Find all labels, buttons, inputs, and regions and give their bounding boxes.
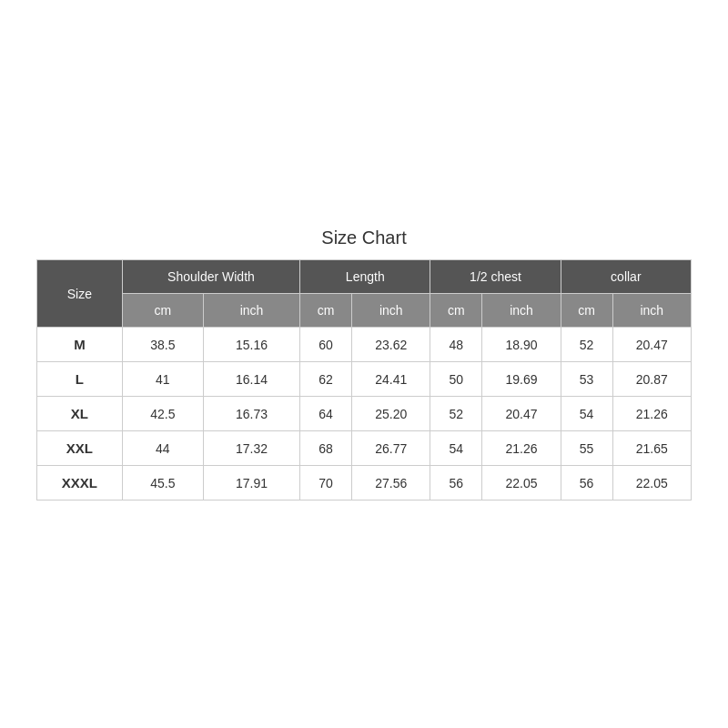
chest-inch-cell: 19.69 — [482, 362, 561, 397]
chest-inch-cell: 20.47 — [482, 397, 561, 431]
chest-inch-header: inch — [482, 294, 561, 328]
chest-cm-cell: 48 — [430, 328, 482, 362]
collar-cm-cell: 53 — [561, 362, 612, 397]
length-cm-cell: 64 — [300, 397, 352, 431]
size-header: Size — [37, 260, 123, 328]
shoulder-inch-cell: 17.32 — [203, 431, 299, 466]
length-cm-cell: 62 — [300, 362, 352, 397]
length-inch-cell: 24.41 — [352, 362, 430, 397]
collar-inch-cell: 21.65 — [612, 431, 691, 466]
chart-title: Size Chart — [36, 228, 692, 248]
collar-inch-cell: 22.05 — [612, 466, 691, 500]
collar-cm-header: cm — [561, 294, 612, 328]
collar-inch-cell: 21.26 — [612, 397, 691, 431]
chest-cm-cell: 56 — [430, 466, 482, 500]
shoulder-inch-cell: 15.16 — [203, 328, 299, 362]
length-inch-cell: 27.56 — [352, 466, 430, 500]
chest-inch-cell: 21.26 — [482, 431, 561, 466]
size-cell: L — [37, 362, 123, 397]
collar-inch-cell: 20.47 — [612, 328, 691, 362]
size-chart-table: Size Shoulder Width Length 1/2 chest col… — [36, 259, 692, 500]
table-row: XXL4417.326826.775421.265521.65 — [37, 431, 692, 466]
length-inch-cell: 25.20 — [352, 397, 430, 431]
chest-cm-header: cm — [430, 294, 482, 328]
collar-inch-header: inch — [612, 294, 691, 328]
chest-inch-cell: 22.05 — [482, 466, 561, 500]
shoulder-cm-cell: 44 — [122, 431, 203, 466]
chest-inch-cell: 18.90 — [482, 328, 561, 362]
shoulder-cm-cell: 42.5 — [122, 397, 203, 431]
length-inch-cell: 23.62 — [352, 328, 430, 362]
shoulder-cm-cell: 38.5 — [122, 328, 203, 362]
size-cell: XXL — [37, 431, 123, 466]
collar-cm-cell: 56 — [561, 466, 612, 500]
table-row: XL42.516.736425.205220.475421.26 — [37, 397, 692, 431]
shoulder-inch-cell: 16.73 — [203, 397, 299, 431]
size-cell: XL — [37, 397, 123, 431]
length-cm-cell: 70 — [300, 466, 352, 500]
collar-cm-cell: 55 — [561, 431, 612, 466]
size-cell: XXXL — [37, 466, 123, 500]
shoulder-inch-cell: 16.14 — [203, 362, 299, 397]
length-inch-header: inch — [352, 294, 430, 328]
table-row: XXXL45.517.917027.565622.055622.05 — [37, 466, 692, 500]
chest-header: 1/2 chest — [430, 260, 561, 294]
table-row: L4116.146224.415019.695320.87 — [37, 362, 692, 397]
shoulder-inch-cell: 17.91 — [203, 466, 299, 500]
length-inch-cell: 26.77 — [352, 431, 430, 466]
collar-cm-cell: 52 — [561, 328, 612, 362]
size-cell: M — [37, 328, 123, 362]
shoulder-cm-cell: 41 — [122, 362, 203, 397]
chest-cm-cell: 54 — [430, 431, 482, 466]
shoulder-cm-cell: 45.5 — [122, 466, 203, 500]
collar-header: collar — [561, 260, 691, 294]
chest-cm-cell: 50 — [430, 362, 482, 397]
shoulder-cm-header: cm — [122, 294, 203, 328]
collar-cm-cell: 54 — [561, 397, 612, 431]
length-cm-header: cm — [300, 294, 352, 328]
collar-inch-cell: 20.87 — [612, 362, 691, 397]
shoulder-width-header: Shoulder Width — [122, 260, 299, 294]
shoulder-inch-header: inch — [203, 294, 299, 328]
table-row: M38.515.166023.624818.905220.47 — [37, 328, 692, 362]
chest-cm-cell: 52 — [430, 397, 482, 431]
size-chart-container: Size Chart Size Shoulder Width Length 1/… — [36, 228, 692, 500]
length-cm-cell: 68 — [300, 431, 352, 466]
length-cm-cell: 60 — [300, 328, 352, 362]
length-header: Length — [300, 260, 430, 294]
